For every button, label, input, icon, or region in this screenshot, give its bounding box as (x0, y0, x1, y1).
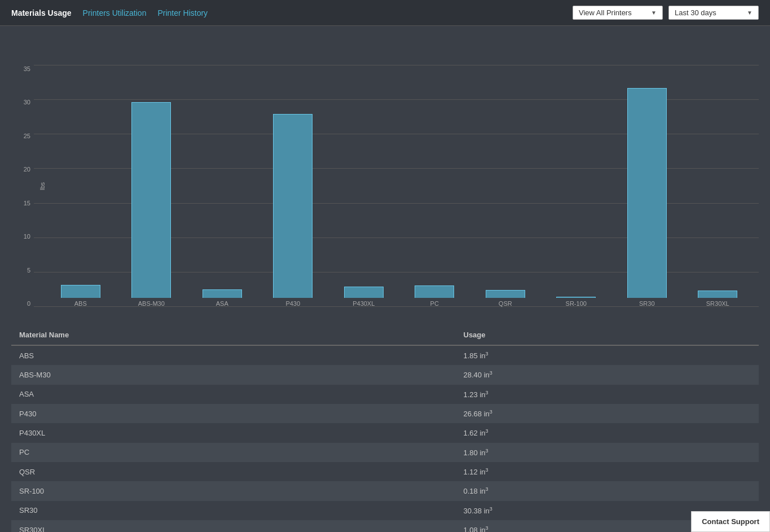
bar-group-pc: PC (399, 285, 470, 307)
bar-p430 (273, 114, 313, 298)
chart-wrapper: 0 5 10 15 20 25 30 35 lbs ABSABS-M30ASAP… (11, 37, 759, 319)
table-row: ABS1.85 in3 (11, 345, 759, 365)
chart-container: 0 5 10 15 20 25 30 35 lbs ABSABS-M30ASAP… (0, 26, 770, 325)
bar-sr30xl (698, 291, 737, 298)
bar-qsr (486, 290, 525, 298)
bar-abs (61, 285, 100, 298)
bar-sr-100 (556, 297, 596, 298)
bar-x-label: SR30XL (706, 300, 729, 307)
bar-group-sr30: SR30 (611, 88, 683, 307)
bar-group-abs: ABS (45, 285, 116, 307)
y-label-15: 15 (11, 200, 34, 206)
table-row: ABS-M3028.40 in3 (11, 365, 759, 384)
table-cell-usage: 1.80 in3 (456, 443, 759, 462)
y-axis: 0 5 10 15 20 25 30 35 (11, 65, 34, 319)
materials-table: Material Name Usage ABS1.85 in3ABS-M3028… (11, 325, 759, 532)
table-row: P430XL1.62 in3 (11, 423, 759, 442)
table-row: PC1.80 in3 (11, 443, 759, 462)
table-row: P43026.68 in3 (11, 404, 759, 423)
bar-p430xl (344, 287, 384, 298)
table-row: SR-1000.18 in3 (11, 481, 759, 500)
table-row: ASA1.23 in3 (11, 385, 759, 404)
bar-x-label: ASA (216, 300, 228, 307)
table-container: Material Name Usage ABS1.85 in3ABS-M3028… (0, 325, 770, 532)
table-cell-usage: 1.85 in3 (456, 345, 759, 365)
y-label-25: 25 (11, 133, 34, 139)
chart-plot-area: lbs ABSABS-M30ASAP430P430XLPCQSRSR-100SR… (34, 53, 759, 319)
bar-x-label: ABS (74, 300, 87, 307)
bar-x-label: ABS-M30 (138, 300, 165, 307)
table-cell-material-name: ABS (11, 345, 456, 365)
y-label-0: 0 (11, 300, 34, 307)
bars-row: ABSABS-M30ASAP430P430XLPCQSRSR-100SR30SR… (45, 53, 753, 307)
last-30-days-label: Last 30 days (675, 8, 716, 17)
table-cell-material-name: ASA (11, 385, 456, 404)
bar-group-p430: P430 (258, 114, 329, 307)
bar-group-p430xl: P430XL (328, 287, 399, 307)
bar-group-asa: ASA (187, 289, 258, 307)
table-cell-usage: 28.40 in3 (456, 365, 759, 384)
header: Materials Usage Printers Utilization Pri… (0, 0, 770, 26)
table-cell-material-name: QSR (11, 462, 456, 481)
col-header-usage: Usage (456, 325, 759, 345)
tab-printer-history[interactable]: Printer History (157, 8, 208, 17)
view-all-printers-label: View All Printers (579, 8, 632, 17)
bar-group-sr30xl: SR30XL (683, 291, 754, 307)
bar-x-label: P430 (285, 300, 300, 307)
bar-x-label: QSR (499, 300, 512, 307)
table-cell-usage: 1.23 in3 (456, 385, 759, 404)
table-row: QSR1.12 in3 (11, 462, 759, 481)
bar-x-label: SR-100 (566, 300, 587, 307)
y-label-10: 10 (11, 233, 34, 240)
table-cell-material-name: SR30 (11, 501, 456, 520)
table-cell-material-name: PC (11, 443, 456, 462)
dropdown-arrow-icon: ▼ (651, 10, 657, 16)
y-label-20: 20 (11, 166, 34, 173)
bar-group-qsr: QSR (470, 290, 541, 307)
bar-pc (415, 285, 454, 298)
dropdown-arrow-icon2: ▼ (747, 10, 753, 16)
table-row: SR30XL1.08 in3 (11, 520, 759, 532)
table-cell-material-name: SR-100 (11, 481, 456, 500)
table-cell-material-name: P430XL (11, 423, 456, 442)
bar-group-abs-m30: ABS-M30 (116, 102, 187, 307)
col-header-material: Material Name (11, 325, 456, 345)
table-cell-usage: 1.12 in3 (456, 462, 759, 481)
table-body: ABS1.85 in3ABS-M3028.40 in3ASA1.23 in3P4… (11, 345, 759, 532)
table-cell-material-name: P430 (11, 404, 456, 423)
tab-materials-usage[interactable]: Materials Usage (11, 8, 72, 17)
contact-support-button[interactable]: Contact Support (691, 511, 770, 532)
table-cell-material-name: SR30XL (11, 520, 456, 532)
table-cell-usage: 1.62 in3 (456, 423, 759, 442)
table-header-row: Material Name Usage (11, 325, 759, 345)
last-30-days-dropdown[interactable]: Last 30 days ▼ (668, 6, 759, 20)
table-cell-material-name: ABS-M30 (11, 365, 456, 384)
bar-x-label: PC (430, 300, 439, 307)
table-row: SR3030.38 in3 (11, 501, 759, 520)
y-label-35: 35 (11, 65, 34, 72)
bar-x-label: SR30 (639, 300, 655, 307)
bar-group-sr-100: SR-100 (541, 297, 612, 307)
bar-abs-m30 (131, 102, 171, 298)
y-label-30: 30 (11, 99, 34, 105)
view-all-printers-dropdown[interactable]: View All Printers ▼ (573, 6, 663, 20)
bar-sr30 (627, 88, 667, 298)
tab-printers-utilization[interactable]: Printers Utilization (83, 8, 147, 17)
table-cell-usage: 0.18 in3 (456, 481, 759, 500)
bar-x-label: P430XL (353, 300, 375, 307)
bar-asa (203, 289, 242, 298)
table-cell-usage: 26.68 in3 (456, 404, 759, 423)
y-label-5: 5 (11, 267, 34, 274)
